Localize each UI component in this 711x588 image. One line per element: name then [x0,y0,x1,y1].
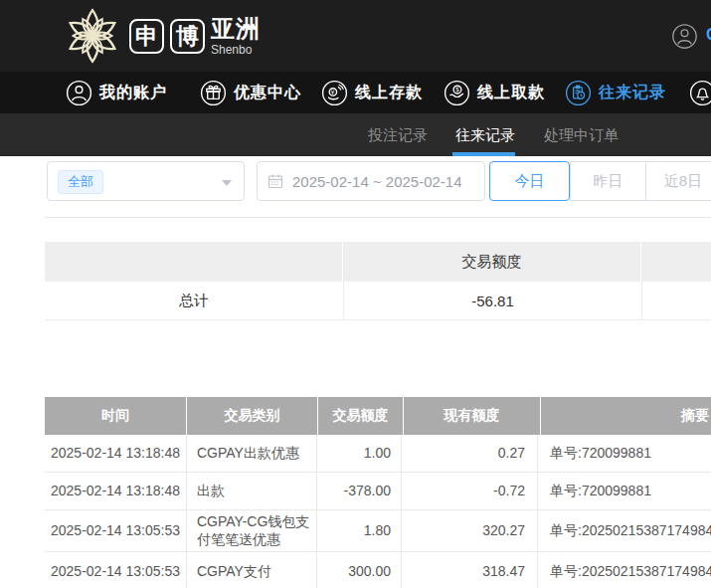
tab-pending-orders[interactable]: 处理中订单 [544,113,619,156]
cell-type: 出款 [186,473,316,510]
col-header-balance: 现有额度 [404,397,540,435]
cell-memo: 单号:202502153871749843 [537,510,711,552]
nav-item-promotions[interactable]: 优惠中心 [200,72,301,113]
quick-range-8days-button[interactable]: 近8日 [645,162,711,200]
summary-total-value: -56.81 [343,282,641,320]
username-label: C [706,26,711,44]
site-logo[interactable]: 申 博 亚洲 Shenbo [62,5,261,67]
records-subnav: 投注记录 往来记录 处理中订单 [0,113,711,156]
user-avatar-icon[interactable] [671,23,698,50]
cell-amount: -378.00 [316,473,401,510]
cell-time: 2025-02-14 13:05:53 [45,510,186,552]
records-header-row: 时间 交易类别 交易额度 现有额度 摘要 [45,397,711,435]
selected-type-tag: 全部 [58,170,103,194]
nav-item-announcements[interactable] [689,72,711,113]
col-header-memo: 摘要 [541,397,711,435]
nav-label: 我的账户 [99,83,167,103]
nav-item-transaction-records[interactable]: 往来记录 [565,72,666,113]
cell-amount: 300.00 [316,552,401,588]
nav-label: 优惠中心 [234,83,301,103]
nav-label: 往来记录 [599,83,666,103]
quick-range-today-button[interactable]: 今日 [489,161,570,201]
brand-region-text: 亚洲 [211,17,261,41]
lotus-flower-icon [62,5,123,67]
tab-betting-records[interactable]: 投注记录 [368,113,428,156]
calendar-icon [267,173,283,189]
col-header-type: 交易类别 [187,397,317,435]
date-range-value: 2025-02-14 ~ 2025-02-14 [292,173,462,190]
cell-balance: 320.27 [401,510,537,552]
svg-text:¥: ¥ [331,88,335,95]
user-circle-icon [66,80,92,106]
records-table: 时间 交易类别 交易额度 现有额度 摘要 2025-02-14 13:18:48… [45,397,711,588]
summary-table: 交易额度 总计 -56.81 [45,242,711,320]
chevron-down-icon [222,180,232,186]
records-clipboard-clock-icon [565,80,592,106]
nav-label: 线上存款 [355,83,423,103]
svg-text:$: $ [455,86,459,93]
nav-item-my-account[interactable]: 我的账户 [66,72,167,113]
summary-total-row: 总计 -56.81 [45,282,711,320]
main-nav: 我的账户 优惠中心 [0,72,711,113]
summary-header-amount: 交易额度 [343,242,640,282]
cell-time: 2025-02-14 13:18:48 [45,435,186,473]
bell-icon [689,80,711,106]
brand-subtitle: Shenbo [211,44,261,56]
cell-type: CGPAY-CG钱包支付笔笔送优惠 [186,510,316,552]
table-row: 2025-02-14 13:05:53 CGPAY-CG钱包支付笔笔送优惠 1.… [45,510,711,552]
top-brand-bar: 申 博 亚洲 Shenbo C [0,0,711,72]
cell-memo: 单号:720099881 [537,473,711,510]
cell-type: CGPAY出款优惠 [186,435,316,473]
logo-char-box-1: 申 [129,19,164,54]
summary-total-label: 总计 [45,282,343,320]
col-header-time: 时间 [45,397,186,435]
quick-range-group: 昨日 近8日 [570,161,711,201]
cell-time: 2025-02-14 13:18:48 [45,473,186,510]
transaction-type-select[interactable]: 全部 [47,161,245,201]
summary-header-empty [45,242,342,282]
cell-time: 2025-02-14 13:05:53 [45,552,186,588]
cell-memo: 单号:202502153871749843 [537,552,711,588]
cell-amount: 1.80 [316,510,401,552]
gift-icon [200,80,227,106]
withdraw-hand-coin-icon: $ [444,80,470,106]
active-tab-underline [452,152,515,156]
col-header-amount: 交易额度 [318,397,403,435]
deposit-hand-coin-icon: ¥ [321,80,348,106]
table-row: 2025-02-14 13:05:53 CGPAY支付 300.00 318.4… [45,552,711,588]
cell-amount: 1.00 [316,435,401,473]
nav-label: 线上取款 [477,83,545,103]
quick-range-yesterday-button[interactable]: 昨日 [571,162,645,200]
cell-balance: -0.72 [401,473,537,510]
nav-item-online-deposit[interactable]: ¥ 线上存款 [321,72,423,113]
nav-item-online-withdraw[interactable]: $ 线上取款 [444,72,545,113]
cell-balance: 318.47 [401,552,537,588]
tab-transaction-records[interactable]: 往来记录 [455,113,515,156]
page: 申 博 亚洲 Shenbo C 我的账户 [0,0,711,588]
cell-memo: 单号:720099881 [537,435,711,473]
filter-divider [45,217,711,218]
summary-header-row: 交易额度 [45,242,711,282]
cell-balance: 0.27 [401,435,537,473]
date-range-input[interactable]: 2025-02-14 ~ 2025-02-14 [257,161,485,201]
logo-char-box-2: 博 [170,19,205,54]
summary-header-empty-2 [641,242,711,282]
cell-type: CGPAY支付 [186,552,316,588]
summary-total-empty [641,282,711,320]
table-row: 2025-02-14 13:18:48 出款 -378.00 -0.72 单号:… [45,473,711,510]
table-row: 2025-02-14 13:18:48 CGPAY出款优惠 1.00 0.27 … [45,435,711,473]
